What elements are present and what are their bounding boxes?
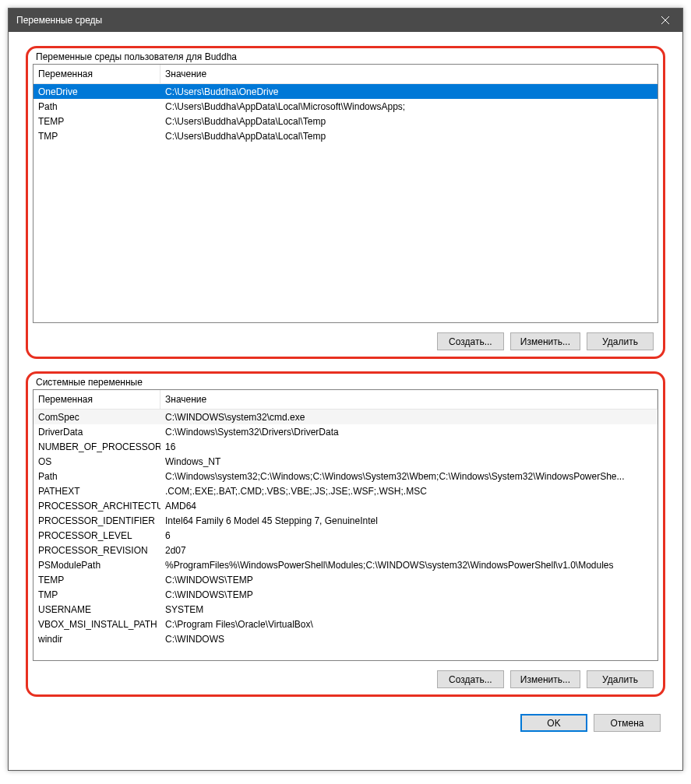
variable-value: C:\Users\Buddha\AppData\Local\Microsoft\… (160, 101, 658, 112)
user-buttons-row: Создать... Изменить... Удалить (33, 323, 658, 352)
environment-variables-dialog: Переменные среды Переменные среды пользо… (8, 8, 683, 771)
variable-value: AMD64 (160, 501, 658, 512)
variable-value: .COM;.EXE;.BAT;.CMD;.VBS;.VBE;.JS;.JSE;.… (160, 486, 658, 497)
variable-value: C:\Users\Buddha\AppData\Local\Temp (160, 116, 658, 127)
variable-value: C:\Windows\system32;C:\Windows;C:\Window… (160, 471, 658, 482)
user-variables-list[interactable]: Переменная Значение OneDriveC:\Users\Bud… (33, 64, 658, 323)
table-row[interactable]: PROCESSOR_IDENTIFIERIntel64 Family 6 Mod… (33, 513, 658, 528)
variable-value: C:\Users\Buddha\AppData\Local\Temp (160, 131, 658, 142)
column-header-value[interactable]: Значение (160, 65, 658, 83)
table-row[interactable]: PSModulePath%ProgramFiles%\WindowsPowerS… (33, 557, 658, 572)
user-variables-section: Переменные среды пользователя для Buddha… (26, 46, 665, 359)
variable-name: windir (33, 634, 160, 645)
table-row[interactable]: OSWindows_NT (33, 454, 658, 469)
variable-name: ComSpec (33, 412, 160, 423)
table-row[interactable]: PathC:\Windows\system32;C:\Windows;C:\Wi… (33, 469, 658, 483)
column-header-name[interactable]: Переменная (33, 390, 160, 409)
user-create-button[interactable]: Создать... (437, 332, 504, 350)
system-buttons-row: Создать... Изменить... Удалить (33, 661, 658, 690)
system-create-button[interactable]: Создать... (437, 670, 504, 688)
list-header: Переменная Значение (33, 65, 658, 84)
user-delete-button[interactable]: Удалить (587, 332, 654, 350)
variable-value: C:\WINDOWS\TEMP (160, 575, 658, 585)
table-row[interactable]: TMPC:\WINDOWS\TEMP (33, 587, 658, 602)
table-row[interactable]: TEMPC:\WINDOWS\TEMP (33, 572, 658, 587)
variable-value: Intel64 Family 6 Model 45 Stepping 7, Ge… (160, 515, 658, 526)
dialog-buttons-row: OK Отмена (26, 697, 665, 733)
table-row[interactable]: TMPC:\Users\Buddha\AppData\Local\Temp (33, 128, 658, 143)
close-icon (661, 16, 669, 24)
list-header: Переменная Значение (33, 390, 658, 410)
variable-value: C:\WINDOWS (160, 634, 658, 645)
dialog-content: Переменные среды пользователя для Buddha… (9, 32, 682, 770)
user-edit-button[interactable]: Изменить... (510, 332, 580, 350)
variable-value: C:\Users\Buddha\OneDrive (160, 86, 658, 97)
table-row[interactable]: NUMBER_OF_PROCESSORS16 (33, 439, 658, 454)
variable-value: 6 (160, 530, 658, 541)
system-variables-list[interactable]: Переменная Значение ComSpecC:\WINDOWS\sy… (33, 389, 658, 661)
variable-name: VBOX_MSI_INSTALL_PATH (33, 619, 160, 630)
close-button[interactable] (647, 9, 682, 32)
variable-name: PROCESSOR_ARCHITECTURE (33, 501, 160, 512)
variable-name: PROCESSOR_LEVEL (33, 530, 160, 541)
variable-name: Path (33, 101, 160, 112)
variable-name: PATHEXT (33, 486, 160, 497)
table-row[interactable]: DriverDataC:\Windows\System32\Drivers\Dr… (33, 424, 658, 439)
variable-name: TEMP (33, 116, 160, 127)
variable-name: TMP (33, 589, 160, 600)
variable-name: NUMBER_OF_PROCESSORS (33, 441, 160, 452)
variable-name: PROCESSOR_REVISION (33, 545, 160, 556)
variable-value: SYSTEM (160, 604, 658, 615)
table-row[interactable]: VBOX_MSI_INSTALL_PATHC:\Program Files\Or… (33, 617, 658, 631)
titlebar: Переменные среды (9, 9, 682, 32)
variable-value: C:\WINDOWS\system32\cmd.exe (160, 412, 658, 423)
system-edit-button[interactable]: Изменить... (510, 670, 580, 688)
ok-button[interactable]: OK (520, 714, 587, 732)
column-header-name[interactable]: Переменная (33, 65, 160, 83)
variable-name: OS (33, 456, 160, 467)
column-header-value[interactable]: Значение (160, 390, 658, 409)
table-row[interactable]: PROCESSOR_ARCHITECTUREAMD64 (33, 498, 658, 513)
variable-name: TEMP (33, 575, 160, 585)
table-row[interactable]: windirC:\WINDOWS (33, 631, 658, 646)
variable-name: USERNAME (33, 604, 160, 615)
table-row[interactable]: USERNAMESYSTEM (33, 602, 658, 617)
variable-value: %ProgramFiles%\WindowsPowerShell\Modules… (160, 560, 658, 571)
variable-name: PROCESSOR_IDENTIFIER (33, 515, 160, 526)
system-delete-button[interactable]: Удалить (587, 670, 654, 688)
user-group-label: Переменные среды пользователя для Buddha (33, 51, 658, 64)
variable-name: OneDrive (33, 86, 160, 97)
variable-name: PSModulePath (33, 560, 160, 571)
variable-value: C:\Program Files\Oracle\VirtualBox\ (160, 619, 658, 630)
variable-value: 16 (160, 441, 658, 452)
system-variables-section: Системные переменные Переменная Значение… (26, 371, 665, 697)
variable-value: Windows_NT (160, 456, 658, 467)
table-row[interactable]: TEMPC:\Users\Buddha\AppData\Local\Temp (33, 114, 658, 128)
table-row[interactable]: PROCESSOR_REVISION2d07 (33, 543, 658, 557)
table-row[interactable]: ComSpecC:\WINDOWS\system32\cmd.exe (33, 410, 658, 424)
variable-name: TMP (33, 131, 160, 142)
list-body: ComSpecC:\WINDOWS\system32\cmd.exeDriver… (33, 410, 658, 660)
variable-value: C:\WINDOWS\TEMP (160, 589, 658, 600)
list-body: OneDriveC:\Users\Buddha\OneDrivePathC:\U… (33, 84, 658, 322)
variable-name: Path (33, 471, 160, 482)
table-row[interactable]: PATHEXT.COM;.EXE;.BAT;.CMD;.VBS;.VBE;.JS… (33, 483, 658, 498)
variable-value: 2d07 (160, 545, 658, 556)
variable-name: DriverData (33, 427, 160, 438)
cancel-button[interactable]: Отмена (594, 714, 661, 732)
table-row[interactable]: PROCESSOR_LEVEL6 (33, 528, 658, 543)
system-group-label: Системные переменные (33, 377, 658, 389)
table-row[interactable]: PathC:\Users\Buddha\AppData\Local\Micros… (33, 99, 658, 114)
table-row[interactable]: OneDriveC:\Users\Buddha\OneDrive (33, 84, 658, 99)
variable-value: C:\Windows\System32\Drivers\DriverData (160, 427, 658, 438)
window-title: Переменные среды (16, 15, 102, 26)
